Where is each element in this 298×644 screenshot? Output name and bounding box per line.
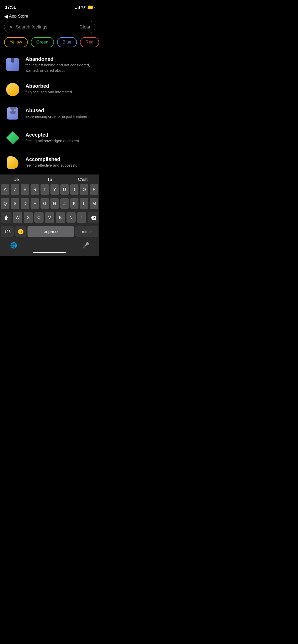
keyboard-row-2: Q S D F G H J K L M <box>0 198 99 209</box>
key-w[interactable]: W <box>13 212 22 223</box>
accomplished-text: Accomplished feeling effective and succe… <box>25 156 95 168</box>
abandoned-icon <box>4 56 21 73</box>
key-j[interactable]: J <box>60 198 69 209</box>
delete-key[interactable] <box>88 212 98 223</box>
abandoned-desc: feeling left behind and not considered, … <box>25 63 95 73</box>
search-bar[interactable]: ✕ Search feelings Clear <box>4 21 95 33</box>
key-h[interactable]: H <box>50 198 59 209</box>
accomplished-name: Accomplished <box>25 156 95 162</box>
globe-icon[interactable]: 🌐 <box>10 242 17 249</box>
key-c[interactable]: C <box>34 212 44 223</box>
abused-name: Abused <box>25 108 95 113</box>
num-key[interactable]: 123 <box>1 226 14 237</box>
absorbed-desc: fully focused and interested <box>25 90 95 95</box>
predictive-bar: Je Tu C'est <box>0 174 99 184</box>
shift-icon <box>4 215 9 221</box>
key-i[interactable]: I <box>70 184 79 195</box>
key-z[interactable]: Z <box>11 184 19 195</box>
key-accent[interactable]: ´ <box>77 212 86 223</box>
key-s[interactable]: S <box>11 198 19 209</box>
shift-key[interactable] <box>1 212 11 223</box>
abused-desc: experiencing cruel or unjust treatment <box>25 114 95 119</box>
return-key[interactable]: retour <box>75 226 98 237</box>
filter-tabs: Yellow Green Blue Red <box>0 37 99 52</box>
absorbed-icon <box>4 80 21 98</box>
filter-tab-red[interactable]: Red <box>80 37 99 47</box>
abandoned-text: Abandoned feeling left behind and not co… <box>25 56 95 73</box>
back-label: App Store <box>9 14 28 19</box>
list-item[interactable]: Abused experiencing cruel or unjust trea… <box>0 101 99 126</box>
accomplished-icon <box>4 154 21 171</box>
svg-point-4 <box>9 83 15 88</box>
keyboard-row-3: W X C V B N ´ <box>0 212 99 223</box>
feelings-list: Abandoned feeling left behind and not co… <box>0 52 99 174</box>
home-bar <box>33 252 66 253</box>
predictive-word-3[interactable]: C'est <box>66 177 99 182</box>
space-key[interactable]: espace <box>28 226 74 237</box>
accepted-desc: feeling acknowledged and seen <box>25 138 95 143</box>
home-indicator <box>0 250 99 255</box>
key-f[interactable]: F <box>31 198 39 209</box>
back-chevron-icon: ◀ <box>4 14 8 19</box>
abandoned-name: Abandoned <box>25 56 95 62</box>
list-item[interactable]: Abandoned feeling left behind and not co… <box>0 52 99 77</box>
mic-icon[interactable]: 🎤 <box>82 242 89 249</box>
bottom-bar: 🌐 🎤 <box>0 240 99 250</box>
predictive-word-2[interactable]: Tu <box>33 177 66 182</box>
status-icons <box>75 6 94 9</box>
key-e[interactable]: E <box>21 184 29 195</box>
key-v[interactable]: V <box>45 212 54 223</box>
list-item[interactable]: Absorbed fully focused and interested <box>0 77 99 101</box>
close-icon[interactable]: ✕ <box>9 24 13 30</box>
key-t[interactable]: T <box>40 184 49 195</box>
status-bar: 17:51 <box>0 0 99 13</box>
accepted-text: Accepted feeling acknowledged and seen <box>25 132 95 143</box>
accomplished-desc: feeling effective and successful <box>25 163 95 168</box>
svg-point-6 <box>14 109 16 111</box>
key-l[interactable]: L <box>80 198 88 209</box>
wifi-icon <box>81 6 86 9</box>
accepted-name: Accepted <box>25 132 95 138</box>
key-d[interactable]: D <box>21 198 29 209</box>
key-a[interactable]: A <box>1 184 9 195</box>
abused-icon <box>4 105 21 122</box>
absorbed-name: Absorbed <box>25 83 95 89</box>
abused-text: Abused experiencing cruel or unjust trea… <box>25 108 95 119</box>
key-r[interactable]: R <box>31 184 39 195</box>
absorbed-text: Absorbed fully focused and interested <box>25 83 95 95</box>
key-q[interactable]: Q <box>1 198 9 209</box>
clear-button[interactable]: Clear <box>79 24 90 30</box>
back-button[interactable]: ◀ App Store <box>4 14 28 19</box>
key-x[interactable]: X <box>24 212 33 223</box>
key-k[interactable]: K <box>70 198 79 209</box>
predictive-word-1[interactable]: Je <box>0 177 33 182</box>
list-item[interactable]: Accepted feeling acknowledged and seen <box>0 126 99 150</box>
list-item[interactable]: Accomplished feeling effective and succe… <box>0 150 99 174</box>
key-o[interactable]: O <box>80 184 88 195</box>
key-b[interactable]: B <box>56 212 65 223</box>
status-time: 17:51 <box>5 5 16 10</box>
accepted-icon <box>4 129 21 147</box>
backspace-icon <box>90 216 96 220</box>
key-n[interactable]: N <box>66 212 76 223</box>
battery-icon <box>87 6 94 9</box>
keyboard-row-1: A Z E R T Y U I O P <box>0 184 99 195</box>
key-m[interactable]: M <box>90 198 98 209</box>
nav-bar: ◀ App Store <box>0 13 99 21</box>
signal-icon <box>75 6 80 9</box>
key-g[interactable]: G <box>40 198 49 209</box>
battery-fill <box>88 6 93 9</box>
key-p[interactable]: P <box>90 184 98 195</box>
svg-point-5 <box>10 109 12 111</box>
keyboard: Je Tu C'est A Z E R T Y U I O P Q S D F … <box>0 174 99 256</box>
key-y[interactable]: Y <box>50 184 59 195</box>
keyboard-row-4: 123 🙂 espace retour <box>0 226 99 237</box>
search-input[interactable]: Search feelings <box>16 24 76 30</box>
emoji-key[interactable]: 🙂 <box>15 226 26 237</box>
filter-tab-yellow[interactable]: Yellow <box>4 37 28 47</box>
filter-tab-green[interactable]: Green <box>31 37 54 47</box>
filter-tab-blue[interactable]: Blue <box>57 37 77 47</box>
key-u[interactable]: U <box>60 184 69 195</box>
